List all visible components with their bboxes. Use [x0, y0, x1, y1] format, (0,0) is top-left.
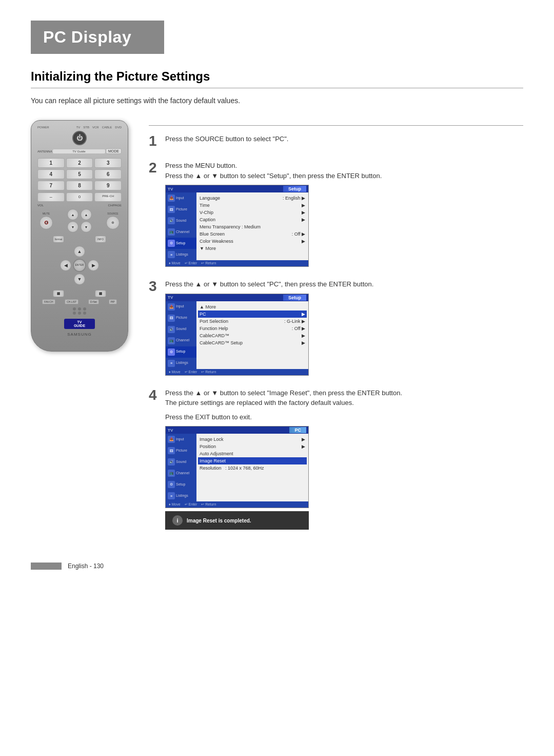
power-button[interactable]: ⏻: [72, 131, 87, 145]
menu-row-vchip: V-Chip▶: [200, 209, 305, 216]
section-title: Initializing the Picture Settings: [31, 69, 523, 88]
menu2-row-cablecard-setup: CableCARD™ Setup▶: [200, 339, 305, 346]
enter-button[interactable]: ENTER: [73, 259, 86, 272]
picture3-icon: 🖼: [168, 447, 175, 454]
mute-label: MUTE: [43, 212, 50, 215]
vol-up-btn[interactable]: ▲: [67, 209, 78, 220]
setup-label: Setup: [176, 241, 185, 245]
menu3-row-imagelock: Image Lock▶: [200, 436, 305, 443]
num-btn-0[interactable]: 0: [66, 192, 93, 202]
screen2-content: ▲ More PC▶ Port Selection: G-Link ▶ Func…: [196, 301, 308, 369]
picture2-icon: 🖼: [168, 315, 175, 322]
pip-btn[interactable]: PIP: [109, 299, 117, 304]
nav-right-button[interactable]: ▶: [88, 260, 99, 271]
footer-move: ♦ Move: [169, 261, 181, 265]
num-btn-8[interactable]: 8: [66, 181, 93, 190]
footer-return: ↩ Return: [201, 261, 216, 265]
channel-icon: 📺: [168, 228, 175, 236]
ch-list-btn[interactable]: CH.LIST: [65, 299, 78, 304]
extra-btn-1[interactable]: ⬛: [53, 290, 64, 297]
source-button[interactable]: ⊕: [106, 216, 120, 229]
vol-down-btn[interactable]: ▼: [67, 221, 78, 232]
power-label: POWER: [37, 126, 49, 129]
info-btn[interactable]: INFO: [95, 236, 106, 243]
fav-row: FAV.CH CH.LIST D-Net PIP: [37, 299, 122, 304]
screen2-header-row: TV Setup: [166, 294, 308, 301]
dot-4: [73, 312, 76, 315]
channel3-label: Channel: [176, 471, 189, 475]
vol-label: VOL: [37, 204, 44, 207]
sound2-label: Sound: [176, 327, 186, 331]
menu-row-bluescreen: Blue Screen: Off ▶: [200, 230, 305, 238]
num-btn-6[interactable]: 6: [94, 169, 122, 179]
input3-label: Input: [176, 437, 184, 441]
sound2-icon: 🔊: [168, 326, 175, 333]
footer-bar: [31, 563, 62, 570]
footer2-enter: ↵ Enter: [185, 370, 197, 374]
listings2-icon: ≡: [168, 360, 175, 367]
tv-screen-setup2: TV Setup 📥 Input 🖼 P: [165, 294, 309, 376]
extra-btn-2[interactable]: ⬛: [95, 290, 106, 297]
step-1-text: Press the SOURCE button to select "PC".: [165, 134, 523, 144]
pre-ch-btn[interactable]: PRE-CH: [94, 192, 122, 202]
channel2-label: Channel: [176, 338, 189, 342]
mute-group: MUTE 🔇: [39, 212, 53, 229]
num-btn-2[interactable]: 2: [66, 158, 93, 168]
sidebar3-input: 📥 Input: [166, 434, 196, 445]
step-2-content: Press the MENU button.Press the ▲ or ▼ b…: [165, 161, 523, 267]
nav-down-button[interactable]: ▼: [74, 274, 85, 285]
sidebar-picture: 🖼 Picture: [166, 204, 196, 215]
fav-ch-btn[interactable]: FAV.CH: [42, 299, 55, 304]
input2-label: Input: [176, 304, 184, 308]
menu-row-transparency: Menu Transparency : Medium: [200, 223, 305, 230]
sound-icon: 🔊: [168, 217, 175, 224]
dot-3: [83, 307, 86, 311]
step-4-number: 4: [149, 388, 159, 402]
menu3-row-resolution: Resolution : 1024 x 768, 60Hz: [200, 464, 305, 472]
mute-button[interactable]: 🔇: [39, 216, 53, 229]
nav-up-button[interactable]: ▲: [74, 246, 85, 257]
ch-down-btn[interactable]: ▼: [81, 221, 92, 232]
footer-page-number: English - 130: [68, 563, 104, 570]
ch-label: CH/PAGE: [108, 204, 122, 207]
picture2-label: Picture: [176, 316, 187, 320]
info-icon: i: [172, 515, 183, 526]
step-1: 1 Press the SOURCE button to select "PC"…: [149, 134, 523, 148]
screen2-footer: ♦ Move ↵ Enter ↩ Return: [166, 369, 308, 375]
d-net-btn[interactable]: D-Net: [88, 299, 99, 304]
mode-button[interactable]: MODE: [106, 148, 122, 154]
sidebar3-picture: 🖼 Picture: [166, 445, 196, 456]
number-grid: 1 2 3 4 5 6 7 8 9: [37, 158, 122, 190]
num-btn-dash[interactable]: –: [37, 192, 65, 202]
sidebar3-channel: 📺 Channel: [166, 468, 196, 479]
sidebar-listings: ≡ Listings: [166, 249, 196, 260]
num-btn-3[interactable]: 3: [94, 158, 122, 168]
sidebar-sound: 🔊 Sound: [166, 215, 196, 226]
tv-guide-btn[interactable]: TV Guide: [52, 149, 106, 154]
menu-row-more1: ▼ More: [200, 245, 305, 252]
tvguide-guide: GUIDE: [67, 324, 92, 327]
num-btn-5[interactable]: 5: [66, 169, 93, 179]
menu2-row-cablecard: CableCARD™▶: [200, 332, 305, 339]
input-icon: 📥: [168, 195, 175, 202]
screen-setup-label: Setup: [283, 186, 306, 192]
step-4: 4 Press the ▲ or ▼ button to select "Ima…: [149, 388, 523, 530]
listings3-label: Listings: [176, 494, 188, 498]
tvguide-tv: TV: [67, 320, 92, 324]
dots-row-2: [37, 312, 122, 315]
screen2-tv-label: TV: [168, 295, 173, 300]
step-4-content: Press the ▲ or ▼ button to select "Image…: [165, 388, 523, 530]
ch-up-btn[interactable]: ▲: [81, 209, 92, 220]
dot-5: [78, 312, 81, 315]
nav-left-button[interactable]: ◀: [60, 260, 71, 271]
num-btn-4[interactable]: 4: [37, 169, 65, 179]
num-btn-1[interactable]: 1: [37, 158, 65, 168]
footer-enter: ↵ Enter: [185, 261, 197, 265]
menu3-row-position: Position▶: [200, 443, 305, 450]
sidebar2-listings: ≡ Listings: [166, 358, 196, 369]
remote-control: POWER TV STB VCR CABLE DVD ⏻ ANTENNA: [31, 120, 128, 352]
dot-6: [83, 312, 86, 315]
num-btn-7[interactable]: 7: [37, 181, 65, 190]
num-btn-9[interactable]: 9: [94, 181, 122, 190]
format-btn[interactable]: format: [53, 236, 64, 243]
